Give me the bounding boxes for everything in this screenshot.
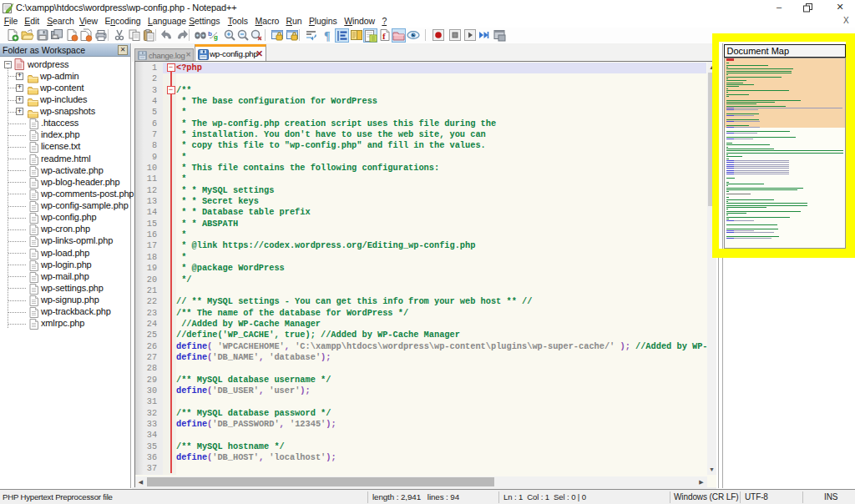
svg-text:b: b [208,30,212,38]
svg-text:¶: ¶ [324,30,331,43]
svg-text:f: f [382,31,386,41]
